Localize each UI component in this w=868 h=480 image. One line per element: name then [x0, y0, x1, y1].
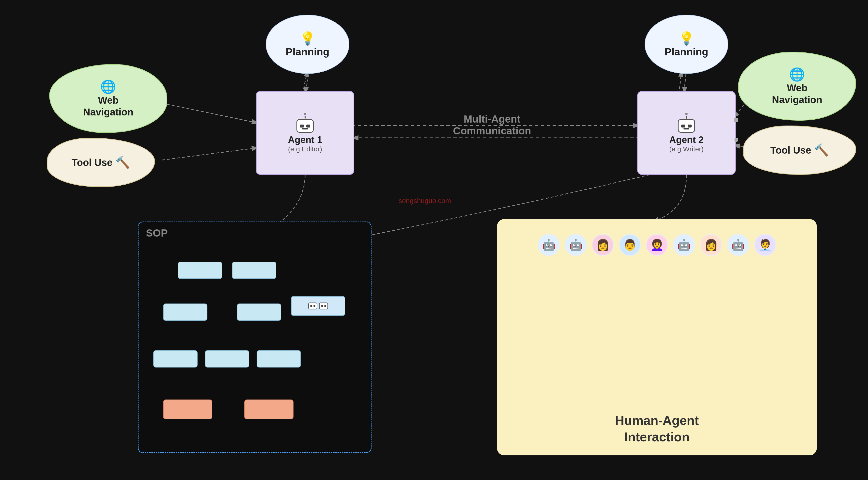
- tool-use-right-emoji: 🔨: [814, 143, 829, 157]
- web-nav-right: 🌐 Web Navigation: [738, 52, 856, 121]
- comm-line1: Multi-Agent: [381, 113, 603, 125]
- web-nav-right-emoji: 🌐: [789, 67, 805, 82]
- svg-line-4: [162, 103, 258, 123]
- avatar-robot-4: 🤖: [727, 234, 749, 256]
- planning-bubble-2: 💡 Planning: [645, 15, 728, 74]
- avatar-robot-1: 🤖: [537, 234, 560, 256]
- watermark: songshuguo.com: [399, 197, 451, 205]
- planning2-label: Planning: [664, 46, 708, 58]
- sop-mid-right: [237, 303, 281, 321]
- agent2-sublabel: (e.g Writer): [669, 145, 704, 153]
- planning-bubble-1: 💡 Planning: [266, 15, 349, 74]
- agent2-robot-icon: [678, 113, 695, 133]
- sop-top-box-1: [178, 262, 222, 279]
- avatar-robot-3: 🤖: [673, 234, 695, 256]
- web-nav-left-emoji: 🌐: [100, 79, 116, 94]
- avatar-person-5: 🧑‍💼: [754, 234, 776, 256]
- human-agent-label: Human-Agent Interaction: [615, 412, 699, 446]
- sop-bottom-left: [163, 399, 212, 419]
- avatar-grid: 🤖 🤖 👩 👨 👩‍🦱 🤖 👩 🤖 🧑‍💼: [497, 229, 817, 261]
- agent1-box: Agent 1 (e.g Editor): [256, 91, 354, 175]
- tool-use-left-emoji: 🔨: [115, 155, 130, 170]
- agent1-sublabel: (e.g Editor): [288, 145, 322, 153]
- agent1-robot-icon: [297, 113, 314, 133]
- diagram: 💡 Planning 💡 Planning 🌐 Web Navigation 🌐…: [0, 0, 868, 480]
- web-nav-left: 🌐 Web Navigation: [49, 64, 167, 133]
- sop-mid-left: [163, 303, 208, 321]
- connector-dot-1: [735, 118, 738, 122]
- sop-lower-right: [257, 350, 301, 367]
- communication-label: Multi-Agent Communication: [381, 113, 603, 137]
- human-agent-box: 🤖 🤖 👩 👨 👩‍🦱 🤖 👩 🤖 🧑‍💼 Human-Agent Intera…: [497, 219, 817, 455]
- sop-label: SOP: [146, 227, 168, 239]
- tool-use-right-label: Tool Use: [770, 144, 811, 156]
- avatar-person-1: 👩: [592, 234, 614, 256]
- web-nav-right-label: Web Navigation: [772, 82, 822, 106]
- agent1-label: Agent 1: [288, 134, 322, 145]
- svg-line-5: [162, 148, 258, 160]
- planning1-emoji: 💡: [300, 31, 316, 46]
- sop-top-box-2: [232, 262, 276, 279]
- planning1-label: Planning: [286, 46, 329, 58]
- sop-lower-left-2: [205, 350, 249, 367]
- comm-line2: Communication: [381, 125, 603, 137]
- tool-use-right: Tool Use 🔨: [743, 125, 856, 175]
- sop-lower-left-1: [153, 350, 197, 367]
- tool-use-left: Tool Use 🔨: [47, 138, 155, 187]
- sop-box: SOP: [138, 221, 372, 453]
- avatar-robot-2: 🤖: [565, 234, 587, 256]
- web-nav-left-label: Web Navigation: [83, 94, 133, 118]
- avatar-person-3: 👩‍🦱: [646, 234, 668, 256]
- avatar-person-2: 👨: [619, 234, 641, 256]
- sop-bottom-right: [244, 399, 293, 419]
- sop-robot-box: [291, 296, 345, 316]
- svg-line-7: [679, 70, 682, 93]
- planning2-emoji: 💡: [679, 31, 694, 46]
- agent2-box: Agent 2 (e.g Writer): [637, 91, 736, 175]
- avatar-person-4: 👩: [700, 234, 722, 256]
- agent2-label: Agent 2: [669, 134, 704, 145]
- connector-dot-2: [735, 138, 738, 142]
- tool-use-left-label: Tool Use: [71, 156, 113, 168]
